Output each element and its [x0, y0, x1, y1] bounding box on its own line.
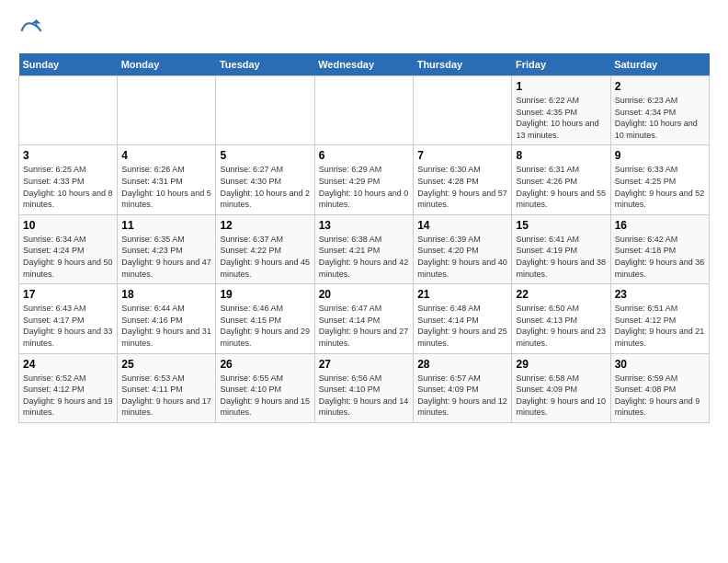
calendar-table: SundayMondayTuesdayWednesdayThursdayFrid… — [18, 53, 710, 423]
calendar-cell: 4Sunrise: 6:26 AM Sunset: 4:31 PM Daylig… — [118, 145, 216, 214]
calendar-cell: 19Sunrise: 6:46 AM Sunset: 4:15 PM Dayli… — [216, 284, 314, 353]
weekday-header-friday: Friday — [512, 53, 610, 76]
day-number: 27 — [319, 358, 409, 371]
calendar-cell — [414, 76, 512, 145]
day-number: 23 — [615, 288, 705, 301]
calendar-cell: 25Sunrise: 6:53 AM Sunset: 4:11 PM Dayli… — [118, 353, 216, 422]
day-number: 20 — [319, 288, 409, 301]
day-info: Sunrise: 6:26 AM Sunset: 4:31 PM Dayligh… — [121, 164, 211, 210]
day-number: 7 — [417, 149, 507, 162]
page-header — [18, 18, 710, 44]
day-info: Sunrise: 6:43 AM Sunset: 4:17 PM Dayligh… — [23, 303, 113, 349]
weekday-header-thursday: Thursday — [414, 53, 512, 76]
day-number: 15 — [516, 219, 606, 232]
weekday-header-tuesday: Tuesday — [216, 53, 314, 76]
day-info: Sunrise: 6:59 AM Sunset: 4:08 PM Dayligh… — [615, 373, 705, 419]
day-info: Sunrise: 6:50 AM Sunset: 4:13 PM Dayligh… — [516, 303, 606, 349]
calendar-cell: 13Sunrise: 6:38 AM Sunset: 4:21 PM Dayli… — [314, 214, 413, 283]
day-number: 24 — [23, 358, 113, 371]
calendar-cell — [314, 76, 413, 145]
day-number: 3 — [23, 149, 113, 162]
calendar-cell: 9Sunrise: 6:33 AM Sunset: 4:25 PM Daylig… — [610, 145, 709, 214]
week-row-4: 17Sunrise: 6:43 AM Sunset: 4:17 PM Dayli… — [19, 284, 710, 353]
day-info: Sunrise: 6:37 AM Sunset: 4:22 PM Dayligh… — [220, 234, 310, 280]
calendar-cell: 21Sunrise: 6:48 AM Sunset: 4:14 PM Dayli… — [414, 284, 512, 353]
day-info: Sunrise: 6:30 AM Sunset: 4:28 PM Dayligh… — [417, 164, 507, 210]
day-info: Sunrise: 6:41 AM Sunset: 4:19 PM Dayligh… — [516, 234, 606, 280]
day-info: Sunrise: 6:44 AM Sunset: 4:16 PM Dayligh… — [121, 303, 211, 349]
day-info: Sunrise: 6:31 AM Sunset: 4:26 PM Dayligh… — [516, 164, 606, 210]
week-row-2: 3Sunrise: 6:25 AM Sunset: 4:33 PM Daylig… — [19, 145, 710, 214]
day-number: 4 — [121, 149, 211, 162]
calendar-cell: 15Sunrise: 6:41 AM Sunset: 4:19 PM Dayli… — [512, 214, 610, 283]
calendar-cell: 12Sunrise: 6:37 AM Sunset: 4:22 PM Dayli… — [216, 214, 314, 283]
day-number: 6 — [319, 149, 409, 162]
calendar-cell: 20Sunrise: 6:47 AM Sunset: 4:14 PM Dayli… — [314, 284, 413, 353]
day-info: Sunrise: 6:25 AM Sunset: 4:33 PM Dayligh… — [23, 164, 113, 210]
calendar-cell: 10Sunrise: 6:34 AM Sunset: 4:24 PM Dayli… — [19, 214, 118, 283]
calendar-cell: 24Sunrise: 6:52 AM Sunset: 4:12 PM Dayli… — [19, 353, 118, 422]
day-number: 8 — [516, 149, 606, 162]
day-number: 12 — [220, 219, 310, 232]
day-info: Sunrise: 6:48 AM Sunset: 4:14 PM Dayligh… — [417, 303, 507, 349]
day-info: Sunrise: 6:46 AM Sunset: 4:15 PM Dayligh… — [220, 303, 310, 349]
logo-icon — [18, 18, 44, 44]
calendar-cell — [19, 76, 118, 145]
weekday-header-monday: Monday — [118, 53, 216, 76]
calendar-cell: 26Sunrise: 6:55 AM Sunset: 4:10 PM Dayli… — [216, 353, 314, 422]
calendar-cell: 5Sunrise: 6:27 AM Sunset: 4:30 PM Daylig… — [216, 145, 314, 214]
calendar-cell — [118, 76, 216, 145]
calendar-cell: 2Sunrise: 6:23 AM Sunset: 4:34 PM Daylig… — [610, 76, 709, 145]
day-info: Sunrise: 6:51 AM Sunset: 4:12 PM Dayligh… — [615, 303, 705, 349]
day-number: 10 — [23, 219, 113, 232]
day-info: Sunrise: 6:57 AM Sunset: 4:09 PM Dayligh… — [417, 373, 507, 419]
day-info: Sunrise: 6:56 AM Sunset: 4:10 PM Dayligh… — [319, 373, 409, 419]
calendar-cell: 1Sunrise: 6:22 AM Sunset: 4:35 PM Daylig… — [512, 76, 610, 145]
day-number: 22 — [516, 288, 606, 301]
weekday-header-wednesday: Wednesday — [314, 53, 413, 76]
day-info: Sunrise: 6:35 AM Sunset: 4:23 PM Dayligh… — [121, 234, 211, 280]
day-number: 25 — [121, 358, 211, 371]
day-number: 2 — [615, 80, 705, 93]
day-info: Sunrise: 6:55 AM Sunset: 4:10 PM Dayligh… — [220, 373, 310, 419]
calendar-cell: 14Sunrise: 6:39 AM Sunset: 4:20 PM Dayli… — [414, 214, 512, 283]
calendar-cell: 11Sunrise: 6:35 AM Sunset: 4:23 PM Dayli… — [118, 214, 216, 283]
day-info: Sunrise: 6:23 AM Sunset: 4:34 PM Dayligh… — [615, 95, 705, 141]
day-number: 26 — [220, 358, 310, 371]
weekday-header-row: SundayMondayTuesdayWednesdayThursdayFrid… — [19, 53, 710, 76]
day-number: 1 — [516, 80, 606, 93]
calendar-cell: 17Sunrise: 6:43 AM Sunset: 4:17 PM Dayli… — [19, 284, 118, 353]
day-info: Sunrise: 6:33 AM Sunset: 4:25 PM Dayligh… — [615, 164, 705, 210]
calendar-cell: 18Sunrise: 6:44 AM Sunset: 4:16 PM Dayli… — [118, 284, 216, 353]
calendar-cell: 3Sunrise: 6:25 AM Sunset: 4:33 PM Daylig… — [19, 145, 118, 214]
calendar-cell: 7Sunrise: 6:30 AM Sunset: 4:28 PM Daylig… — [414, 145, 512, 214]
calendar-cell: 28Sunrise: 6:57 AM Sunset: 4:09 PM Dayli… — [414, 353, 512, 422]
day-info: Sunrise: 6:47 AM Sunset: 4:14 PM Dayligh… — [319, 303, 409, 349]
day-number: 17 — [23, 288, 113, 301]
day-number: 13 — [319, 219, 409, 232]
day-info: Sunrise: 6:27 AM Sunset: 4:30 PM Dayligh… — [220, 164, 310, 210]
day-info: Sunrise: 6:22 AM Sunset: 4:35 PM Dayligh… — [516, 95, 606, 141]
week-row-5: 24Sunrise: 6:52 AM Sunset: 4:12 PM Dayli… — [19, 353, 710, 422]
day-number: 30 — [615, 358, 705, 371]
calendar-cell: 22Sunrise: 6:50 AM Sunset: 4:13 PM Dayli… — [512, 284, 610, 353]
day-number: 19 — [220, 288, 310, 301]
day-number: 14 — [417, 219, 507, 232]
calendar-cell: 27Sunrise: 6:56 AM Sunset: 4:10 PM Dayli… — [314, 353, 413, 422]
calendar-cell — [216, 76, 314, 145]
weekday-header-saturday: Saturday — [610, 53, 709, 76]
day-number: 29 — [516, 358, 606, 371]
day-info: Sunrise: 6:38 AM Sunset: 4:21 PM Dayligh… — [319, 234, 409, 280]
calendar-cell: 23Sunrise: 6:51 AM Sunset: 4:12 PM Dayli… — [610, 284, 709, 353]
day-number: 5 — [220, 149, 310, 162]
week-row-1: 1Sunrise: 6:22 AM Sunset: 4:35 PM Daylig… — [19, 76, 710, 145]
calendar-cell: 29Sunrise: 6:58 AM Sunset: 4:09 PM Dayli… — [512, 353, 610, 422]
logo — [18, 18, 48, 44]
day-number: 21 — [417, 288, 507, 301]
calendar-cell: 6Sunrise: 6:29 AM Sunset: 4:29 PM Daylig… — [314, 145, 413, 214]
day-number: 9 — [615, 149, 705, 162]
day-number: 28 — [417, 358, 507, 371]
calendar-cell: 16Sunrise: 6:42 AM Sunset: 4:18 PM Dayli… — [610, 214, 709, 283]
weekday-header-sunday: Sunday — [19, 53, 118, 76]
day-info: Sunrise: 6:29 AM Sunset: 4:29 PM Dayligh… — [319, 164, 409, 210]
